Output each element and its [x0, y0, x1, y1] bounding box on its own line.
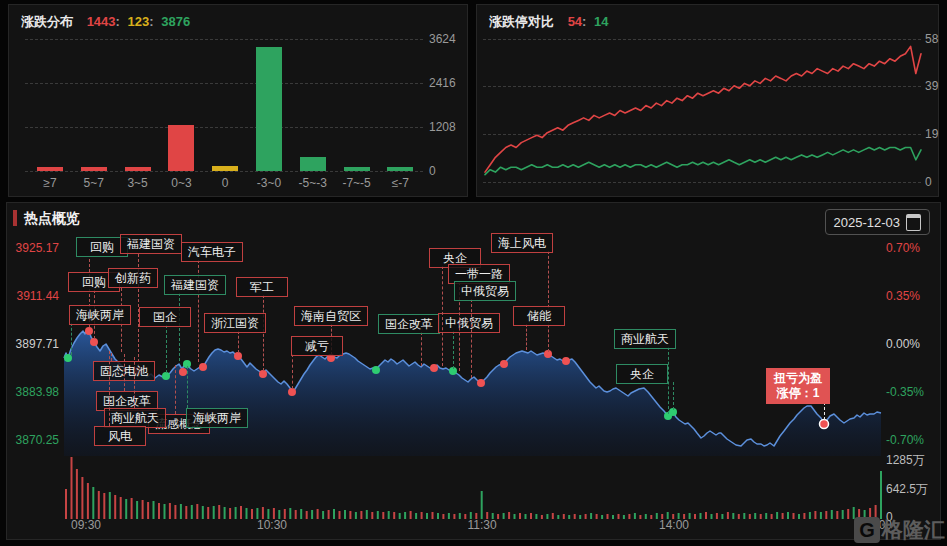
hotspot-tag[interactable]: 海南自贸区 — [294, 306, 368, 326]
watermark: G 格隆汇 — [854, 516, 945, 544]
volume-bar — [628, 514, 630, 519]
hotspot-tag[interactable]: 福建国资 — [120, 234, 182, 254]
gridline — [25, 39, 423, 40]
event-dot — [372, 366, 380, 374]
volume-bar — [103, 493, 105, 519]
hotspot-tag[interactable]: 军工 — [236, 277, 288, 297]
volume-bar — [240, 506, 242, 519]
hotspot-tag[interactable]: 央企 — [616, 364, 668, 384]
volume-bar — [229, 508, 231, 519]
volume-bar — [596, 514, 598, 519]
volume-bar — [213, 506, 215, 519]
volume-bar — [645, 514, 647, 519]
hotspot-tag[interactable]: 海上风电 — [491, 233, 553, 253]
volume-bar — [519, 513, 521, 519]
volume-bar — [601, 515, 603, 519]
hotspot-tag[interactable]: 减亏 — [291, 336, 343, 356]
volume-bar — [459, 513, 461, 519]
limit-up-tooltip[interactable]: 扭亏为盈涨停：1 — [766, 368, 830, 404]
volume-bar — [809, 512, 811, 519]
series-line-red — [485, 46, 921, 172]
volume-bar — [421, 512, 423, 519]
volume-bar — [689, 513, 691, 519]
volume-bar — [497, 514, 499, 519]
annotation-leader — [109, 351, 110, 426]
annotation-leader — [124, 354, 125, 391]
x-axis-tick: -3~0 — [247, 176, 291, 190]
hotspot-intraday-chart[interactable]: 3925.173911.443897.713883.983870.250.70%… — [7, 203, 940, 539]
annotation-leader — [442, 266, 443, 366]
volume-bar — [782, 513, 784, 519]
x-axis-tick: 0~3 — [159, 176, 203, 190]
volume-bar — [311, 510, 313, 519]
volume-bar — [256, 508, 258, 519]
annotation-leader — [111, 353, 112, 361]
volume-bar — [754, 513, 756, 519]
hotspot-tag[interactable]: 福建国资 — [164, 275, 226, 295]
hotspot-tag[interactable]: 国企改革 — [378, 314, 440, 334]
watermark-text: 格隆汇 — [882, 516, 945, 544]
volume-bar — [131, 498, 133, 519]
volume-bar — [820, 512, 822, 519]
y-axis-tick: 1208 — [429, 120, 456, 134]
volume-bar — [760, 514, 762, 519]
hotspot-tag[interactable]: 风电 — [94, 426, 146, 446]
volume-bar — [656, 513, 658, 519]
volume-bar — [727, 512, 729, 519]
hotspot-tag[interactable]: 中俄贸易 — [454, 281, 516, 301]
volume-bar — [503, 513, 505, 519]
volume-bar — [825, 511, 827, 519]
volume-bar — [349, 511, 351, 519]
hotspot-tag[interactable]: 商业航天 — [104, 408, 166, 428]
volume-bar — [612, 515, 614, 519]
volume-bar — [787, 512, 789, 519]
volume-bar — [202, 506, 204, 519]
x-axis-tick: 0 — [203, 176, 247, 190]
volume-bar — [404, 512, 406, 519]
distribution-bar — [212, 166, 238, 171]
volume-bar — [880, 471, 882, 519]
volume-bar — [76, 469, 78, 519]
volume-bar — [437, 513, 439, 519]
volume-bar — [552, 513, 554, 519]
volume-bar — [125, 499, 127, 519]
x-axis-tick: 3~5 — [116, 176, 160, 190]
volume-bar — [191, 505, 193, 519]
volume-bar — [333, 509, 335, 519]
volume-bar — [355, 512, 357, 519]
volume-bar — [464, 514, 466, 519]
hotspot-tag[interactable]: 商业航天 — [614, 329, 676, 349]
hotspot-tag[interactable]: 浙江国资 — [204, 313, 266, 333]
volume-bar — [388, 511, 390, 519]
volume-bar — [475, 513, 477, 519]
hotspot-tag[interactable]: 海峡两岸 — [69, 305, 131, 325]
volume-bar — [317, 509, 319, 519]
hotspot-tag[interactable]: 汽车电子 — [181, 242, 243, 262]
volume-bar — [120, 497, 122, 519]
volume-bar — [415, 513, 417, 519]
distribution-bar-chart[interactable]: 3624241612080≥75~73~50~30-3~0-5~-3-7~-5≤… — [9, 5, 467, 196]
volume-bar — [842, 510, 844, 519]
x-axis-tick: -5~-3 — [291, 176, 335, 190]
volume-bar — [623, 515, 625, 519]
annotation-leader — [71, 323, 72, 355]
volume-bar — [683, 514, 685, 519]
tooltip-line2: 涨停：1 — [774, 386, 822, 401]
hotspot-tag[interactable]: 储能 — [513, 306, 565, 326]
volume-bar — [174, 505, 176, 519]
market-dashboard: 涨跌分布 1443: 123: 3876 3624241612080≥75~73… — [0, 0, 947, 546]
hotspot-tag[interactable]: 国企 — [139, 307, 191, 327]
annotation-leader — [166, 325, 167, 373]
volume-bar — [574, 514, 576, 519]
limit-compare-line-chart[interactable]: 5839190 — [477, 5, 938, 196]
hotspot-tag[interactable]: 海峡两岸 — [186, 408, 248, 428]
volume-bar — [546, 514, 548, 519]
hotspot-tag[interactable]: 创新药 — [108, 268, 158, 288]
volume-bar — [410, 511, 412, 519]
volume-bar — [371, 512, 373, 519]
volume-bar — [196, 504, 198, 519]
volume-bar — [836, 511, 838, 519]
distribution-bar — [300, 157, 326, 171]
hotspot-tag[interactable]: 中俄贸易 — [438, 313, 500, 333]
event-dot — [162, 372, 170, 380]
